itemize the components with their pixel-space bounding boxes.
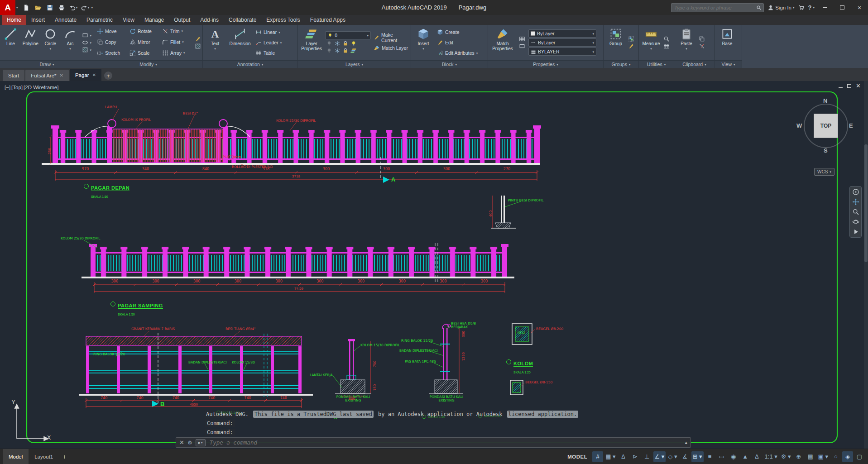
vertical-scrollbar[interactable] — [864, 81, 868, 449]
viewport-pane-control[interactable]: [−] — [5, 85, 10, 90]
close-tab-icon[interactable]: ✕ — [92, 72, 96, 77]
viewcube-top-face[interactable]: TOP — [814, 114, 838, 138]
panel-title-modify[interactable]: Modify▾ — [94, 60, 202, 68]
table-button[interactable]: Table — [254, 48, 283, 58]
open-button[interactable] — [33, 2, 43, 13]
panel-title-properties[interactable]: Properties▾ — [488, 60, 603, 68]
erase-icon[interactable] — [195, 36, 201, 42]
file-tab-start[interactable]: Start — [3, 70, 24, 81]
quick-select-icon[interactable] — [663, 36, 670, 42]
arc-button[interactable]: Arc▾ — [61, 26, 80, 59]
explode-icon[interactable] — [195, 43, 201, 49]
ribbon-tab[interactable]: Manage — [139, 15, 169, 25]
panel-title-utilities[interactable]: Utilities▾ — [639, 60, 674, 68]
transparency-tool-icon[interactable] — [519, 43, 525, 49]
ribbon-tab[interactable]: Output — [169, 15, 195, 25]
customize-wrench-icon[interactable]: ⚙ — [187, 440, 192, 446]
close-tab-icon[interactable]: ✕ — [60, 73, 63, 78]
properties-list-icon[interactable] — [519, 36, 525, 42]
workspace-switching-icon[interactable]: ⚙ ▾ — [780, 451, 792, 462]
ellipse-tool-icon[interactable] — [82, 39, 88, 46]
object-snap-icon[interactable]: ⊞ ▾ — [691, 451, 704, 462]
zoom-icon[interactable] — [852, 208, 859, 215]
panel-title-clipboard[interactable]: Clipboard▾ — [674, 60, 715, 68]
ribbon-tab[interactable]: Express Tools — [261, 15, 305, 25]
doc-restore-button[interactable] — [847, 84, 851, 88]
application-menu-button[interactable]: A — [0, 0, 15, 15]
osnap-tracking-icon[interactable]: ∡ — [680, 451, 691, 462]
linetype-select[interactable]: ByLayer▾ — [528, 38, 596, 47]
dimension-button[interactable]: Dimension — [227, 26, 253, 59]
save-button[interactable] — [44, 2, 55, 13]
panel-title-view[interactable]: View▾ — [715, 60, 742, 68]
viewcube-north[interactable]: N — [823, 97, 827, 104]
layer-select[interactable]: 0▾ — [325, 31, 371, 39]
autoscale-icon[interactable]: ∆ — [752, 451, 762, 462]
viewcube-south[interactable]: S — [824, 147, 828, 154]
ribbon-tab[interactable]: View — [118, 15, 139, 25]
layer-lock-icon[interactable] — [342, 40, 349, 47]
group-edit-icon[interactable] — [628, 43, 634, 49]
redo-button[interactable]: ▾ — [80, 2, 91, 13]
help-button[interactable]: ?▾ — [808, 4, 815, 11]
linear-button[interactable]: Linear▾ — [254, 28, 283, 37]
new-drawing-tab-button[interactable]: + — [104, 72, 112, 80]
ortho-icon[interactable]: ⊥ — [642, 451, 652, 462]
group-button[interactable]: Group — [605, 26, 627, 59]
isodraft-icon[interactable]: ◇ ▾ — [667, 451, 678, 462]
ribbon-tab[interactable]: Parametric — [82, 15, 118, 25]
ribbon-tab[interactable]: Annotate — [50, 15, 82, 25]
model-space[interactable]: [−] [Top] [2D Wireframe] ✕ Y X LAMPU BES… — [0, 81, 868, 449]
panel-title-groups[interactable]: Groups▾ — [604, 60, 638, 68]
grid-icon[interactable]: # — [592, 451, 603, 462]
ribbon-tab[interactable]: Add-ins — [195, 15, 224, 25]
panel-title-layers[interactable]: Layers▾ — [298, 60, 411, 68]
ribbon-tab[interactable]: Home — [2, 15, 26, 25]
polyline-button[interactable]: Polyline — [21, 26, 40, 59]
pan-icon[interactable] — [852, 198, 859, 206]
viewcube-east[interactable]: E — [849, 122, 853, 129]
close-command-icon[interactable]: ✕ — [179, 439, 184, 446]
search-icon[interactable] — [756, 5, 762, 10]
scale-button[interactable]: Scale — [128, 48, 161, 57]
minimize-button[interactable] — [818, 2, 832, 13]
wcs-control[interactable]: WCS▾ — [814, 168, 834, 176]
full-navigation-wheel-icon[interactable] — [852, 188, 859, 196]
lineweight-select[interactable]: BYLAYER▾ — [528, 48, 596, 56]
infer-constraints-icon[interactable]: ∆ — [618, 451, 629, 462]
paste-button[interactable]: Paste▾ — [676, 26, 697, 59]
layout1-tab[interactable]: Layout1 — [29, 449, 59, 464]
annotation-monitor-icon[interactable]: ⊕ — [793, 451, 804, 462]
polar-tracking-icon[interactable]: ∠ ▾ — [653, 451, 666, 462]
panel-title-draw[interactable]: Draw▾ — [0, 60, 94, 68]
doc-minimize-button[interactable] — [839, 84, 843, 88]
orbit-icon[interactable] — [852, 218, 859, 225]
transparency-icon[interactable]: ▭ — [716, 451, 727, 462]
viewport-view-control[interactable]: [Top] — [11, 85, 23, 90]
new-layout-button[interactable]: + — [59, 453, 70, 460]
make-current-button[interactable]: Make Current — [372, 33, 409, 42]
model-space-canvas[interactable] — [0, 81, 868, 449]
help-search-input[interactable] — [673, 5, 756, 11]
array-button[interactable]: Array▾ — [161, 48, 193, 57]
layer-unlock-icon[interactable] — [342, 48, 349, 54]
edit-block-button[interactable]: Edit — [436, 38, 479, 48]
sign-in-button[interactable]: Sign In ▾ — [767, 5, 794, 11]
rotate-button[interactable]: Rotate — [128, 26, 161, 36]
rectangle-tool-icon[interactable] — [82, 32, 88, 38]
text-button[interactable]: Text▾ — [204, 26, 226, 59]
stretch-button[interactable]: Stretch — [96, 48, 128, 57]
command-history-toggle-icon[interactable]: ▴ — [685, 440, 687, 445]
clipboard-cut-icon[interactable] — [699, 43, 705, 49]
create-block-button[interactable]: Create — [436, 28, 479, 37]
maximize-button[interactable] — [835, 2, 849, 13]
ungroup-icon[interactable] — [628, 36, 634, 42]
mirror-button[interactable]: Mirror — [128, 37, 161, 47]
lock-ui-icon[interactable]: ▣ ▾ — [817, 451, 830, 462]
layer-off-icon[interactable] — [326, 40, 332, 47]
clipboard-copy-icon[interactable] — [699, 36, 705, 42]
isolate-objects-icon[interactable]: ○ — [830, 451, 841, 462]
scrollbar-thumb[interactable] — [864, 144, 868, 262]
graphics-performance-icon[interactable]: ◈ — [842, 451, 853, 462]
new-button[interactable] — [21, 2, 32, 13]
